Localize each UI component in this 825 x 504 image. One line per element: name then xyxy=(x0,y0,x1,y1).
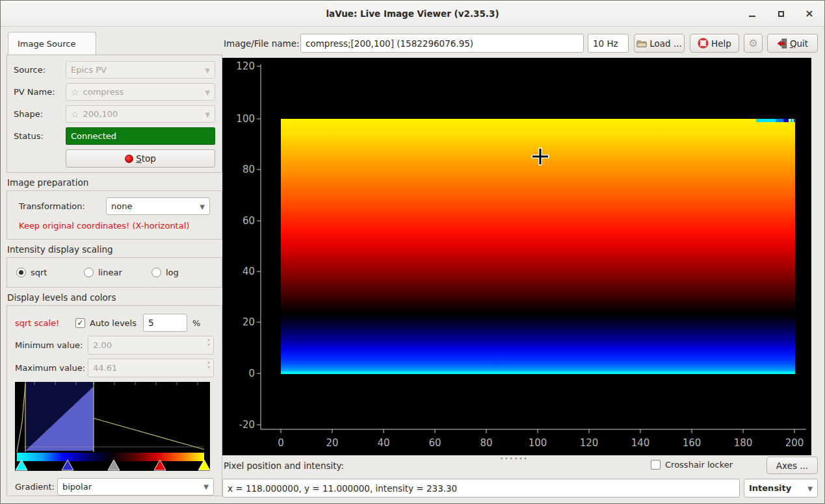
svg-text:20: 20 xyxy=(242,316,255,328)
source-label: Source: xyxy=(14,65,66,75)
status-badge: Connected xyxy=(66,127,215,145)
settings-button[interactable]: ⚙ xyxy=(744,34,763,53)
image-file-input[interactable] xyxy=(300,34,584,53)
intensity-scaling-title: Intensity display scaling xyxy=(7,244,222,255)
maximum-spinbox[interactable]: 44.61 ▴▾ xyxy=(88,359,214,377)
window-title: laVue: Live Image Viewer (v2.35.3) xyxy=(326,8,499,19)
maximize-icon[interactable] xyxy=(775,8,787,19)
svg-text:0: 0 xyxy=(278,437,284,449)
radio-selected-icon xyxy=(16,268,26,277)
image-preparation-panel: Transformation: none ▼ Keep original coo… xyxy=(7,190,222,240)
svg-text:160: 160 xyxy=(683,437,701,449)
minimum-label: Minimum value: xyxy=(15,340,88,350)
status-label: Status: xyxy=(14,131,66,141)
chevron-down-icon: ▼ xyxy=(205,88,210,95)
star-icon: ☆ xyxy=(71,87,79,97)
chevron-down-icon: ▼ xyxy=(203,483,209,490)
radio-linear[interactable]: linear xyxy=(84,268,151,277)
pixel-position-label: Pixel position and intensity: xyxy=(224,460,344,471)
help-button[interactable]: Help xyxy=(690,34,739,53)
auto-levels-unit: % xyxy=(192,318,200,328)
control-sidebar: Image Source Source: Epics PV ▼ PV Name:… xyxy=(7,32,222,496)
app-window: laVue: Live Image Viewer (v2.35.3) × Ima… xyxy=(0,0,825,504)
minimize-icon[interactable] xyxy=(746,8,758,19)
pv-name-select[interactable]: ☆ compress ▼ xyxy=(66,83,215,101)
chevron-down-icon: ▼ xyxy=(205,110,210,118)
svg-text:60: 60 xyxy=(242,215,255,227)
spinner-arrows-icon[interactable]: ▴▾ xyxy=(207,360,210,370)
image-file-label: Image/File name: xyxy=(224,34,300,53)
record-icon xyxy=(125,155,133,163)
crosshair-locker-checkbox[interactable]: ✓ xyxy=(651,460,661,470)
transformation-select[interactable]: none ▼ xyxy=(106,197,210,215)
radio-icon xyxy=(84,268,94,277)
image-source-panel: Source: Epics PV ▼ PV Name: ☆ compress ▼… xyxy=(7,55,222,173)
display-mode-select[interactable]: Intensity ▼ xyxy=(744,479,818,498)
crosshair-locker[interactable]: ✓ Crosshair locker xyxy=(651,460,733,470)
chevron-down-icon: ▼ xyxy=(205,66,210,73)
close-icon[interactable]: × xyxy=(804,8,815,19)
pixel-position-input[interactable] xyxy=(222,479,740,498)
svg-text:100: 100 xyxy=(529,437,547,449)
levels-histogram[interactable] xyxy=(15,382,214,473)
shape-select[interactable]: ☆ 200,100 ▼ xyxy=(66,105,215,123)
stop-button[interactable]: Stop xyxy=(66,149,215,168)
intensity-scaling-panel: sqrt linear log xyxy=(7,257,222,288)
shape-label: Shape: xyxy=(14,109,66,119)
display-levels-title: Display levels and colors xyxy=(7,292,222,303)
svg-text:60: 60 xyxy=(428,437,441,449)
splitter-handle[interactable]: •••••• xyxy=(500,458,522,461)
quit-button[interactable]: Quit xyxy=(767,34,818,53)
transformation-label: Transformation: xyxy=(19,201,106,211)
svg-text:140: 140 xyxy=(631,437,650,449)
svg-text:-20: -20 xyxy=(239,419,255,431)
radio-sqrt[interactable]: sqrt xyxy=(16,268,84,277)
svg-text:80: 80 xyxy=(242,164,255,175)
radio-icon xyxy=(151,268,161,277)
auto-levels-input[interactable] xyxy=(143,314,187,332)
auto-levels-label: Auto levels xyxy=(90,318,137,328)
lifebuoy-icon xyxy=(698,38,709,49)
star-icon: ☆ xyxy=(71,109,79,120)
svg-text:40: 40 xyxy=(242,266,255,277)
gear-icon: ⚙ xyxy=(748,37,757,49)
tab-image-source[interactable]: Image Source xyxy=(8,32,96,55)
svg-text:120: 120 xyxy=(580,437,599,449)
minimum-spinbox[interactable]: 2.00 ▴▾ xyxy=(88,336,214,355)
title-bar[interactable]: laVue: Live Image Viewer (v2.35.3) × xyxy=(1,1,824,27)
svg-text:80: 80 xyxy=(480,437,492,449)
svg-text:100: 100 xyxy=(236,113,255,125)
auto-levels-checkbox[interactable]: ✓ xyxy=(75,318,85,328)
pv-name-label: PV Name: xyxy=(14,87,66,97)
spinner-arrows-icon[interactable]: ▴▾ xyxy=(207,337,210,347)
scale-warning: sqrt scale! xyxy=(15,318,75,328)
load-button[interactable]: Load ... xyxy=(634,34,685,53)
svg-text:120: 120 xyxy=(236,60,255,72)
image-plot[interactable]: 120 100 80 60 40 20 0 -20 0 20 40 60 80 … xyxy=(222,58,811,455)
door-exit-icon xyxy=(777,38,787,49)
svg-text:200: 200 xyxy=(785,437,804,449)
refresh-rate-input[interactable] xyxy=(588,34,629,53)
gradient-label: Gradient: xyxy=(15,482,57,492)
coordinates-warning: Keep original coordinates! (X-horizontal… xyxy=(19,221,210,231)
source-select[interactable]: Epics PV ▼ xyxy=(66,61,215,79)
folder-icon xyxy=(636,39,647,48)
svg-text:0: 0 xyxy=(248,368,255,379)
window-controls: × xyxy=(746,1,815,27)
svg-text:180: 180 xyxy=(734,437,753,449)
chevron-down-icon: ▼ xyxy=(200,203,205,210)
svg-text:40: 40 xyxy=(377,437,389,449)
image-preparation-title: Image preparation xyxy=(7,177,222,188)
gradient-select[interactable]: bipolar ▼ xyxy=(57,478,214,496)
axes-button[interactable]: Axes ... xyxy=(766,457,818,474)
maximum-label: Maximum value: xyxy=(15,363,88,373)
svg-text:20: 20 xyxy=(326,437,338,449)
display-levels-panel: sqrt scale! ✓ Auto levels % Minimum valu… xyxy=(7,305,222,496)
radio-log[interactable]: log xyxy=(151,268,179,277)
chevron-down-icon: ▼ xyxy=(807,485,813,492)
